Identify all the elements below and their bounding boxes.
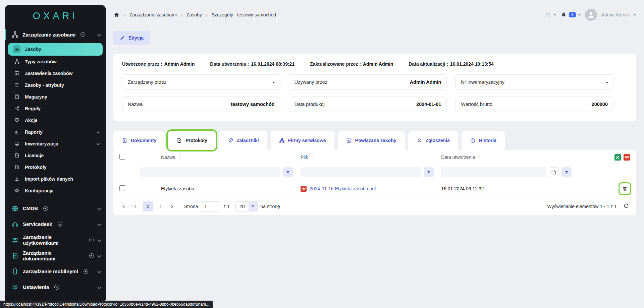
row-checkbox[interactable] [119,185,125,191]
detail-tabs: Dokumenty Protokoły Załączniki Firmy ser… [113,131,636,150]
sidebar-item-magazyny[interactable]: Magazyny [8,91,103,103]
asset-meta-row: Utworzone przez : Admin Admin Data utwor… [122,61,627,67]
bell-icon [560,12,567,18]
sidebar-item-zarzadzanie-dokumentami[interactable]: Zarządzanie dokumentami [5,248,106,263]
tab-label: Załączniki [236,138,259,143]
current-page-button[interactable]: 1 [143,201,153,211]
sidebar-item-protokoly[interactable]: Protokoły [8,161,103,173]
globe-icon [11,205,19,212]
chevron-down-icon [97,238,101,242]
dropdown-toggle[interactable] [249,202,257,211]
previous-page-button[interactable] [131,202,140,211]
sidebar-item-cmdb[interactable]: CMDB [5,200,106,216]
sidebar-item-zasoby-atrybuty[interactable]: Zasoby - atrybuty [8,79,103,91]
column-header-nazwa: Nazwa [140,154,301,160]
column-header-plik: Plik [301,154,441,160]
column-menu-icon[interactable] [178,154,183,160]
filter-button[interactable] [283,167,293,177]
gear-icon [13,187,21,195]
tab-protokoly[interactable]: Protokoły [168,131,216,150]
sidebar-item-ustawienia[interactable]: Ustawienia [5,279,106,295]
tab-zalaczniki[interactable]: Załączniki [219,131,267,150]
sidebar-item-akcje[interactable]: Akcje [8,114,103,126]
orgchart-icon [279,138,285,143]
field-nazwa: Nazwa testowy samochód [122,97,280,112]
import-icon [13,175,21,183]
sidebar-item-zarzadzanie-uzytkownikami[interactable]: Zarządzanie użytkownikami [5,232,106,248]
table-icon [13,69,21,77]
date-picker-button[interactable] [549,167,559,177]
sidebar-item-typy-zasobow[interactable]: Typy zasobów [8,56,103,67]
sidebar-item-label: Magazyny [25,94,47,100]
excel-export-icon[interactable] [614,154,621,161]
paperclip-icon [227,138,233,143]
breadcrumb-link-szczegoly[interactable]: Szczegóły - testowy samochód [212,12,276,17]
sidebar-item-licencje[interactable]: Licencje [8,149,103,161]
chevron-down-icon [97,142,100,145]
tab-firmy-serwisowe[interactable]: Firmy serwisowe [271,131,334,150]
file-download-link[interactable]: 2024-01-16 Etykieta zasobu.pdf [310,186,376,191]
calendar-icon [551,170,556,175]
sidebar-item-servicedesk[interactable]: Servicedesk [5,216,106,232]
edit-button-label: Edycja [128,35,144,41]
document-icon [122,138,127,143]
chevron-down-icon [252,205,254,207]
sidebar-item-zarzadzanie-mobilnymi[interactable]: Zarządzanie mobilnymi [5,263,106,279]
sidebar-item-label: Servicedesk [23,221,52,227]
sidebar-item-inwentaryzacja[interactable]: Inwentaryzacja [8,138,103,149]
tab-dokumenty[interactable]: Dokumenty [113,131,165,150]
meta-created-at: Data utworzenia : 16.01.2024 08:39:21 [210,61,294,67]
tab-historia[interactable]: Historia [462,131,505,150]
filter-input-plik[interactable] [301,167,421,177]
next-page-button[interactable] [156,202,165,211]
column-menu-icon[interactable] [310,154,315,160]
sidebar-item-zestawienia-zasobow[interactable]: Zestawienia zasobów [8,67,103,79]
tab-zgloszenia[interactable]: Zgłoszenia [408,131,458,150]
first-page-button[interactable] [119,202,128,211]
breadcrumb-separator [181,12,182,18]
row-checkbox-cell [119,185,140,192]
sidebar-item-zasoby[interactable]: Zasoby [8,43,103,56]
chevron-down-icon [578,14,581,16]
filter-button[interactable] [424,167,434,177]
sidebar-item-reguly[interactable]: Reguły [8,103,103,114]
sidebar-item-label: Zarządzanie użytkownikami [23,234,84,246]
filter-input-nazwa[interactable] [140,167,280,177]
action-row: Edycja [113,29,636,45]
main-content: Zarządzanie zasobami Zasoby Szczegóły - … [106,0,644,308]
users-icon [11,236,19,244]
last-page-button[interactable] [168,202,176,211]
select-all-checkbox[interactable] [119,154,125,160]
breadcrumb-link-zasoby[interactable]: Zasoby [186,12,202,17]
info-badge-icon [89,238,94,242]
sidebar-item-konfiguracja[interactable]: Konfiguracja [8,185,103,196]
chevron-down-icon [97,254,101,257]
pdf-export-icon[interactable] [624,154,630,161]
sidebar-item-zarzadzanie-zasobami[interactable]: Zarządzanie zasobami [5,27,106,42]
delete-button[interactable] [621,184,629,193]
column-menu-icon[interactable] [477,154,482,160]
notifications-menu[interactable]: 0 [560,12,580,18]
edit-button[interactable]: Edycja [113,31,150,45]
row-file-cell: 2024-01-16 Etykieta zasobu.pdf [301,186,441,192]
sidebar-item-label: Zestawienia zasobów [25,71,72,76]
page-size-select[interactable]: 20 [235,201,258,211]
page-number-input[interactable] [201,201,220,211]
chevron-down-icon [633,14,636,16]
sidebar-item-import-plikow[interactable]: Import plików danych [8,173,103,185]
avatar[interactable] [585,9,597,21]
sidebar-item-raporty[interactable]: Raporty [8,126,103,138]
filter-button[interactable] [561,167,572,177]
field-uzywany-przez: Używany przez Admin Admin [289,74,447,90]
breadcrumb-link-zarzadzanie-zasobami[interactable]: Zarządzanie zasobami [129,12,177,17]
refresh-button[interactable] [623,203,630,210]
chevron-right-icon [158,204,163,209]
user-menu[interactable]: Admin Admin [601,12,629,17]
page-size-value: 20 [236,204,249,209]
hierarchy-icon [11,31,19,38]
language-selector[interactable]: PL [545,12,556,17]
info-badge-icon [84,269,88,274]
tab-powiazane-zasoby[interactable]: Powiązane zasoby [338,131,405,150]
filter-input-data[interactable] [441,167,546,177]
home-icon[interactable] [113,12,120,18]
